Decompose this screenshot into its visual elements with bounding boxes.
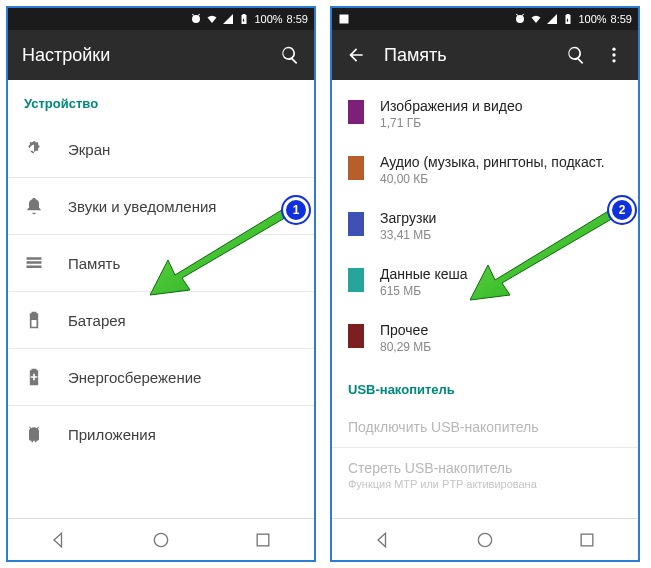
svg-point-2 <box>612 48 615 51</box>
svg-point-0 <box>154 533 167 546</box>
search-icon[interactable] <box>566 45 586 65</box>
category-value: 80,29 МБ <box>380 340 431 354</box>
storage-icon <box>24 253 44 273</box>
bell-icon <box>24 196 44 216</box>
usb-item-sub: Функция MTP или PTP активирована <box>348 478 622 490</box>
category-label: Изображения и видео <box>380 98 523 114</box>
setitem-powersave[interactable]: Энергосбережение <box>8 349 314 405</box>
storage-category-downloads[interactable]: Загрузки 33,41 МБ <box>332 198 638 254</box>
nav-recent-icon[interactable] <box>577 530 597 550</box>
nav-home-icon[interactable] <box>151 530 171 550</box>
more-vert-icon[interactable] <box>604 45 624 65</box>
statusbar: 100% 8:59 <box>8 8 314 30</box>
setitem-apps[interactable]: Приложения <box>8 406 314 462</box>
category-value: 40,00 КБ <box>380 172 605 186</box>
setitem-label: Память <box>68 255 120 272</box>
battery-percent: 100% <box>254 13 282 25</box>
category-value: 615 МБ <box>380 284 468 298</box>
alarm-icon <box>190 13 202 25</box>
battery-icon <box>238 13 250 25</box>
statusbar: 100% 8:59 <box>332 8 638 30</box>
nav-back-icon[interactable] <box>373 530 393 550</box>
battery-icon <box>562 13 574 25</box>
navbar <box>8 518 314 560</box>
storage-category-cache[interactable]: Данные кеша 615 МБ <box>332 254 638 310</box>
setitem-label: Звуки и уведомления <box>68 198 216 215</box>
signal-icon <box>546 13 558 25</box>
signal-icon <box>222 13 234 25</box>
setitem-display[interactable]: Экран <box>8 121 314 177</box>
storage-category-images[interactable]: Изображения и видео 1,71 ГБ <box>332 86 638 142</box>
annotation-badge-1: 1 <box>283 197 309 223</box>
clock-text: 8:59 <box>287 13 308 25</box>
color-swatch <box>348 156 364 180</box>
navbar <box>332 518 638 560</box>
image-icon <box>338 13 350 25</box>
nav-back-icon[interactable] <box>49 530 69 550</box>
category-value: 33,41 МБ <box>380 228 436 242</box>
color-swatch <box>348 100 364 124</box>
color-swatch <box>348 212 364 236</box>
battery-percent: 100% <box>578 13 606 25</box>
usb-item-connect: Подключить USB-накопитель <box>332 407 638 447</box>
category-label: Загрузки <box>380 210 436 226</box>
setitem-sound[interactable]: Звуки и уведомления <box>8 178 314 234</box>
category-label: Данные кеша <box>380 266 468 282</box>
svg-point-4 <box>612 59 615 62</box>
usb-item-erase: Стереть USB-накопитель Функция MTP или P… <box>332 448 638 502</box>
appbar: Память <box>332 30 638 80</box>
section-header-usb: USB-накопитель <box>332 366 638 407</box>
svg-point-5 <box>478 533 491 546</box>
svg-rect-6 <box>581 534 593 546</box>
nav-recent-icon[interactable] <box>253 530 273 550</box>
back-arrow-icon[interactable] <box>346 45 366 65</box>
phone-screenshot-1: 100% 8:59 Настройки Устройство Экран Зву… <box>6 6 316 562</box>
category-label: Прочее <box>380 322 431 338</box>
brightness-icon <box>24 139 44 159</box>
storage-category-other[interactable]: Прочее 80,29 МБ <box>332 310 638 366</box>
alarm-icon <box>514 13 526 25</box>
wifi-icon <box>530 13 542 25</box>
category-value: 1,71 ГБ <box>380 116 523 130</box>
page-title: Память <box>384 45 548 66</box>
storage-category-audio[interactable]: Аудио (музыка, рингтоны, подкаст. 40,00 … <box>332 142 638 198</box>
nav-home-icon[interactable] <box>475 530 495 550</box>
wifi-icon <box>206 13 218 25</box>
battery-saver-icon <box>24 367 44 387</box>
page-title: Настройки <box>22 45 262 66</box>
annotation-badge-2: 2 <box>609 197 635 223</box>
android-icon <box>24 424 44 444</box>
setitem-label: Приложения <box>68 426 156 443</box>
clock-text: 8:59 <box>611 13 632 25</box>
setitem-label: Батарея <box>68 312 126 329</box>
category-label: Аудио (музыка, рингтоны, подкаст. <box>380 154 605 170</box>
setitem-label: Экран <box>68 141 110 158</box>
svg-rect-1 <box>257 534 269 546</box>
setitem-label: Энергосбережение <box>68 369 201 386</box>
usb-item-label: Подключить USB-накопитель <box>348 419 622 435</box>
setitem-battery[interactable]: Батарея <box>8 292 314 348</box>
search-icon[interactable] <box>280 45 300 65</box>
color-swatch <box>348 324 364 348</box>
battery-icon <box>24 310 44 330</box>
setitem-storage[interactable]: Память <box>8 235 314 291</box>
usb-item-label: Стереть USB-накопитель <box>348 460 622 476</box>
color-swatch <box>348 268 364 292</box>
phone-screenshot-2: 100% 8:59 Память Изображения и видео 1,7… <box>330 6 640 562</box>
svg-point-3 <box>612 53 615 56</box>
appbar: Настройки <box>8 30 314 80</box>
section-header-device: Устройство <box>8 80 314 121</box>
